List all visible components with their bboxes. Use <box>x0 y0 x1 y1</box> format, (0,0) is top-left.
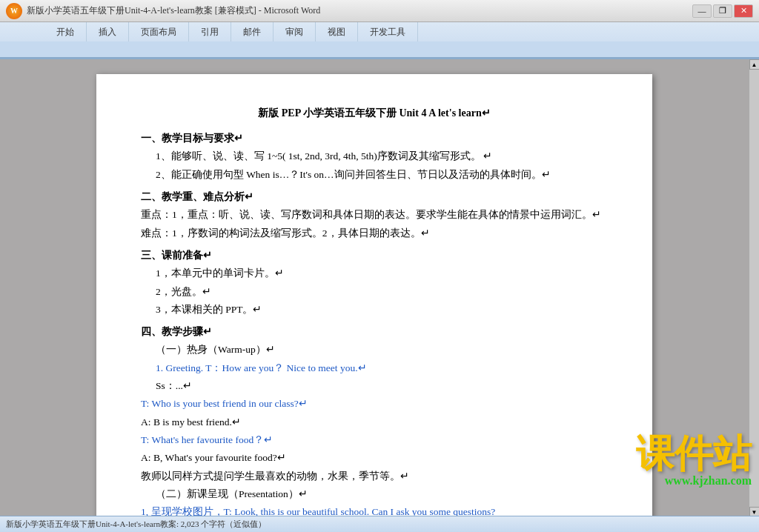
scroll-up-button[interactable]: ▲ <box>749 59 760 70</box>
s2-nandian: 难点：1，序数词的构词法及缩写形式。2，具体日期的表达。↵ <box>141 225 608 242</box>
s4-presentation: （二）新课呈现（Presentation）↵ <box>156 485 608 503</box>
s4-step1: 1. Greeting. T：How are you？ Nice to meet… <box>156 359 608 377</box>
window-controls[interactable]: — ❐ ✕ <box>692 4 753 18</box>
ribbon-tabs: 开始 插入 页面布局 引用 邮件 审阅 视图 开发工具 <box>0 22 759 41</box>
s4-t1: T: Who is your best friend in our class?… <box>141 395 608 413</box>
s1-item1: 1、能够听、说、读、写 1~5( 1st, 2nd, 3rd, 4th, 5th… <box>156 147 608 165</box>
s4-warmup: （一）热身（Warm-up）↵ <box>156 341 608 359</box>
s1-item2: 2、能正确使用句型 When is…？It's on…询问并回答生日、节日以及活… <box>156 166 608 184</box>
watermark-url: www.kjzhan.com <box>636 474 752 488</box>
tab-review[interactable]: 审阅 <box>274 22 316 41</box>
s4-ss: Ss：...↵ <box>156 377 608 395</box>
office-icon: W <box>6 3 22 19</box>
section4-heading: 四、教学步骤↵ <box>141 323 608 341</box>
ribbon: 开始 插入 页面布局 引用 邮件 审阅 视图 开发工具 <box>0 22 759 59</box>
s3-item3: 3，本课相关的 PPT。↵ <box>156 301 608 319</box>
section1-heading: 一、教学目标与要求↵ <box>141 130 608 147</box>
tab-start[interactable]: 开始 <box>44 22 87 41</box>
tab-dev[interactable]: 开发工具 <box>358 22 418 41</box>
restore-button[interactable]: ❐ <box>713 4 732 18</box>
status-text: 新版小学英语五年级下册Unit-4-A-let's-learn教案: 2,023… <box>6 519 266 530</box>
minimize-button[interactable]: — <box>692 4 712 18</box>
s4-t2: T: What's her favourite food？↵ <box>141 431 608 449</box>
s4-a2: A: B, What's your favourite food?↵ <box>141 449 608 467</box>
status-bar: 新版小学英语五年级下册Unit-4-A-let's-learn教案: 2,023… <box>0 516 759 532</box>
s4-note1: 教师以同样方式提问学生最喜欢的动物，水果，季节等。↵ <box>141 468 608 485</box>
tab-page-layout[interactable]: 页面布局 <box>129 22 189 41</box>
title-bar-left: W 新版小学英语五年级下册Unit-4-A-let's-learn教案 [兼容模… <box>6 3 320 19</box>
tab-mail[interactable]: 邮件 <box>231 22 274 41</box>
s4-a1: A: B is my best friend.↵ <box>141 413 608 431</box>
watermark-text: 课件站 <box>636 434 752 473</box>
s2-zhongdian: 重点：1，重点：听、说、读、写序数词和具体日期的表达。要求学生能在具体的情景中运… <box>141 206 608 224</box>
tab-insert[interactable]: 插入 <box>87 22 129 41</box>
close-button[interactable]: ✕ <box>734 4 753 18</box>
document-page: 新版 PEP 小学英语五年级下册 Unit 4 A let's learn↵ 一… <box>96 74 652 517</box>
s3-item2: 2，光盘。↵ <box>156 283 608 301</box>
doc-title: 新版 PEP 小学英语五年级下册 Unit 4 A let's learn↵ <box>141 104 608 122</box>
title-bar: W 新版小学英语五年级下册Unit-4-A-let's-learn教案 [兼容模… <box>0 0 759 22</box>
tab-view[interactable]: 视图 <box>316 22 358 41</box>
section3-heading: 三、课前准备↵ <box>141 247 608 265</box>
window-title: 新版小学英语五年级下册Unit-4-A-let's-learn教案 [兼容模式]… <box>27 4 320 17</box>
ribbon-toolbar <box>0 41 759 58</box>
s3-item1: 1，本单元中的单词卡片。↵ <box>156 265 608 282</box>
watermark: 课件站 www.kjzhan.com <box>636 434 752 488</box>
section2-heading: 二、教学重、难点分析↵ <box>141 188 608 206</box>
tab-references[interactable]: 引用 <box>189 22 231 41</box>
